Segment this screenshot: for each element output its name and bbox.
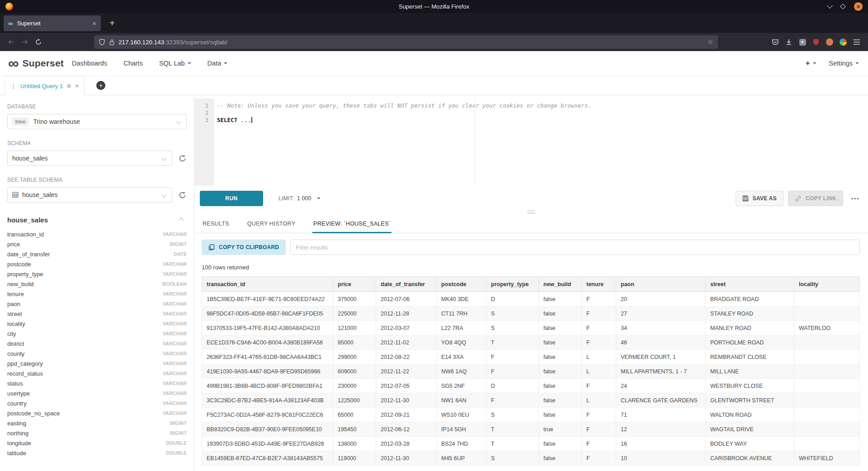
browser-tab[interactable]: ∞ Superset × [4, 15, 101, 31]
collapse-chevron-icon[interactable] [179, 217, 184, 222]
extension-icon-1[interactable] [797, 36, 808, 48]
schema-column-row[interactable]: streetVARCHAR [7, 309, 187, 319]
schema-column-row[interactable]: longitudeDOUBLE [7, 438, 187, 448]
schema-column-row[interactable]: record_statusVARCHAR [7, 368, 187, 378]
shield-icon[interactable] [99, 38, 105, 46]
schema-column-row[interactable]: new_buildBOOLEAN [7, 279, 187, 289]
more-options-button[interactable]: ••• [851, 196, 860, 201]
column-header[interactable]: price [333, 277, 376, 292]
table-row[interactable]: F5C273AC-0D2A-458F-8279-9C61F0C22EC66500… [202, 408, 860, 422]
results-tab[interactable]: RESULTS [202, 216, 230, 233]
settings-menu[interactable]: Settings [829, 60, 859, 67]
limit-dropdown[interactable]: LIMIT: 1 000 [278, 195, 321, 202]
tab-close-icon[interactable]: × [92, 20, 96, 27]
window-close-button[interactable]: × [854, 2, 863, 11]
refresh-tables-icon[interactable] [178, 190, 187, 199]
schema-column-row[interactable]: tenureVARCHAR [7, 289, 187, 299]
query-state-icon [67, 84, 71, 88]
schema-select[interactable]: house_sales [7, 151, 172, 166]
table-select[interactable]: house_sales [7, 187, 172, 203]
table-row[interactable]: EB1459EB-67ED-47C8-B2E7-A38143AB55751190… [202, 451, 860, 466]
lock-icon[interactable] [109, 39, 115, 46]
column-header[interactable]: paon [616, 277, 706, 292]
copy-to-clipboard-button[interactable]: COPY TO CLIPBOARD [202, 240, 286, 255]
sql-editor[interactable]: 123 -- Note: Unless you save your query,… [194, 99, 868, 186]
table-row[interactable]: 91370533-19F5-47FE-B142-A380A8ADA2101210… [202, 321, 860, 335]
extension-icon-2[interactable] [824, 36, 835, 48]
new-item-menu[interactable]: + [806, 59, 816, 68]
table-row[interactable]: 193907D3-5DBD-453D-A49E-9FEE27DAB9261380… [202, 437, 860, 451]
downloads-icon[interactable] [783, 36, 795, 48]
new-tab-button[interactable]: + [105, 16, 119, 30]
schema-column-row[interactable]: paonVARCHAR [7, 299, 187, 309]
window-controls: × [828, 2, 863, 11]
query-tab-close-icon[interactable]: × [75, 83, 79, 89]
superset-logo[interactable]: ∞ Superset [8, 58, 64, 69]
column-header[interactable]: street [706, 277, 794, 292]
add-query-tab-button[interactable]: + [96, 81, 105, 90]
ublock-shield-icon[interactable] [810, 36, 822, 48]
table-row[interactable]: 3C3C29DC-B7B2-4BE5-914A-A38123AF403B1225… [202, 393, 860, 408]
forward-button[interactable] [18, 35, 32, 49]
schema-column-row[interactable]: transaction_idVARCHAR [7, 229, 187, 239]
query-tab[interactable]: ⋮ Untitled Query 1 × [5, 76, 85, 95]
window-minimize-button[interactable] [828, 5, 832, 8]
table-cell: F [582, 422, 616, 437]
schema-column-row[interactable]: cityVARCHAR [7, 329, 187, 339]
table-cell: 1B5C39ED-BE7F-41EF-9E71-9C60EED74A22 [202, 292, 333, 306]
results-tab[interactable]: PREVIEW: `HOUSE_SALES` [312, 216, 392, 233]
schema-column-row[interactable]: northingBIGINT [7, 428, 187, 438]
table-row[interactable]: 419E1030-9A55-4467-8DA9-9FED95D659666090… [202, 364, 860, 379]
column-header[interactable]: locality [794, 277, 860, 292]
column-header[interactable]: date_of_transfer [376, 277, 437, 292]
column-name: locality [7, 320, 25, 327]
table-row[interactable]: BB8320C9-D82B-4B37-90E0-9FEE05095E101954… [202, 422, 860, 437]
filter-results-input[interactable] [290, 240, 860, 255]
schema-column-row[interactable]: countryVARCHAR [7, 398, 187, 408]
bookmark-star-icon[interactable]: ☆ [708, 38, 713, 46]
reload-button[interactable] [32, 35, 45, 49]
run-button[interactable]: RUN [200, 191, 263, 206]
schema-column-row[interactable]: usertypeVARCHAR [7, 388, 187, 398]
schema-column-row[interactable]: districtVARCHAR [7, 339, 187, 349]
table-cell: 138000 [333, 437, 376, 451]
schema-column-row[interactable]: statusVARCHAR [7, 378, 187, 388]
database-select[interactable]: trino Trino warehouse [7, 114, 187, 129]
schema-column-row[interactable]: postcode_no_spaceVARCHAR [7, 408, 187, 418]
nav-item-dashboards[interactable]: Dashboards [72, 60, 107, 67]
table-row[interactable]: 499B1981-3B6B-4BCD-808F-9FED9802BFA12300… [202, 379, 860, 393]
schema-column-row[interactable]: postcodeVARCHAR [7, 259, 187, 269]
copy-link-button[interactable]: COPY LINK [788, 191, 843, 206]
pocket-icon[interactable] [769, 36, 781, 48]
url-bar[interactable]: 217.160.120.143:32393/superset/sqllab/ ☆ [94, 35, 718, 49]
schema-column-row[interactable]: ppd_categoryVARCHAR [7, 358, 187, 368]
column-header[interactable]: new_build [539, 277, 582, 292]
menu-icon[interactable] [850, 35, 863, 49]
schema-column-row[interactable]: latitudeDOUBLE [7, 448, 187, 458]
schema-column-row[interactable]: eastingBIGINT [7, 418, 187, 428]
schema-column-row[interactable]: priceBIGINT [7, 239, 187, 249]
table-row[interactable]: ECE1D376-C9A6-4C00-B004-A380B189FA568500… [202, 335, 860, 350]
refresh-schemas-icon[interactable] [178, 154, 187, 163]
results-tab[interactable]: QUERY HISTORY [246, 216, 296, 233]
schema-column-row[interactable]: countyVARCHAR [7, 349, 187, 358]
column-header[interactable]: tenure [582, 277, 616, 292]
column-header[interactable]: postcode [437, 277, 486, 292]
schema-column-row[interactable]: date_of_transferDATE [7, 249, 187, 259]
pane-splitter[interactable] [194, 208, 868, 216]
nav-item-data[interactable]: Data [208, 60, 228, 67]
save-as-button[interactable]: SAVE AS [736, 191, 783, 206]
table-row[interactable]: 2636F323-FF41-4765-81DB-98CAA6A43BC12990… [202, 350, 860, 364]
back-button[interactable] [5, 35, 18, 49]
extension-icon-3[interactable] [837, 36, 849, 48]
column-header[interactable]: property_type [486, 277, 539, 292]
schema-column-row[interactable]: property_typeVARCHAR [7, 269, 187, 279]
table-name[interactable]: house_sales [7, 216, 48, 224]
column-header[interactable]: transaction_id [202, 277, 333, 292]
window-maximize-button[interactable] [841, 5, 845, 9]
nav-item-charts[interactable]: Charts [123, 60, 143, 67]
schema-column-row[interactable]: localityVARCHAR [7, 319, 187, 329]
table-row[interactable]: 1B5C39ED-BE7F-41EF-9E71-9C60EED74A223750… [202, 292, 860, 306]
nav-item-sql-lab[interactable]: SQL Lab [159, 60, 191, 67]
table-row[interactable]: 98F5DC47-0D05-4D59-95B7-98CA6F1FDE052250… [202, 306, 860, 321]
